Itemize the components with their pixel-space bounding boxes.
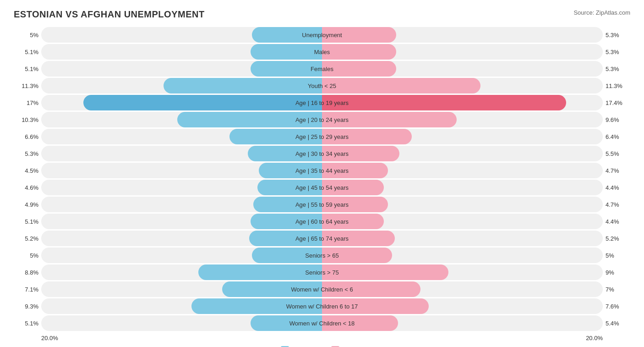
right-value: 4.7%	[603, 201, 630, 208]
bar-area: Women w/ Children < 18	[41, 315, 603, 331]
axis-row: 20.0% 20.0%	[14, 335, 630, 341]
bar-left	[198, 264, 322, 280]
left-value: 10.3%	[14, 116, 41, 123]
bar-area: Age | 30 to 34 years	[41, 146, 603, 161]
bar-area: Females	[41, 61, 603, 77]
left-value: 5.3%	[14, 150, 41, 157]
bar-right	[322, 95, 566, 110]
bar-row: 8.8%Seniors > 759%	[14, 264, 630, 280]
bar-label: Age | 55 to 59 years	[295, 201, 349, 208]
bar-label: Age | 16 to 19 years	[295, 99, 349, 106]
bar-row: 4.9%Age | 55 to 59 years4.7%	[14, 197, 630, 212]
bar-label: Women w/ Children < 18	[289, 320, 355, 327]
bar-right	[322, 264, 448, 280]
bar-label: Age | 60 to 64 years	[295, 218, 349, 225]
bar-label: Women w/ Children 6 to 17	[286, 303, 358, 310]
bar-area: Women w/ Children 6 to 17	[41, 298, 603, 314]
right-value: 17.4%	[603, 99, 630, 106]
right-value: 9.6%	[603, 116, 630, 123]
bar-row: 17%Age | 16 to 19 years17.4%	[14, 95, 630, 110]
chart-body: 5%Unemployment5.3%5.1%Males5.3%5.1%Femal…	[14, 27, 630, 331]
bar-area: Seniors > 65	[41, 248, 603, 263]
chart-title: ESTONIAN VS AFGHAN UNEMPLOYMENT	[14, 9, 205, 20]
bar-label: Unemployment	[302, 32, 342, 39]
left-value: 5.1%	[14, 218, 41, 225]
bar-row: 7.1%Women w/ Children < 67%	[14, 281, 630, 297]
left-value: 5%	[14, 32, 41, 39]
right-value: 4.4%	[603, 218, 630, 225]
bar-row: 6.6%Age | 25 to 29 years6.4%	[14, 129, 630, 144]
right-value: 9%	[603, 269, 630, 276]
bar-left	[251, 44, 322, 60]
bar-label: Age | 20 to 24 years	[295, 116, 349, 123]
bar-label: Seniors > 75	[305, 269, 338, 276]
left-value: 5%	[14, 252, 41, 259]
bar-area: Seniors > 75	[41, 264, 603, 280]
bar-area: Age | 60 to 64 years	[41, 214, 603, 229]
left-value: 6.6%	[14, 133, 41, 140]
bar-row: 11.3%Youth < 2511.3%	[14, 78, 630, 94]
left-value: 4.9%	[14, 201, 41, 208]
bar-area: Age | 65 to 74 years	[41, 231, 603, 246]
bar-right	[322, 44, 396, 60]
bar-area: Age | 25 to 29 years	[41, 129, 603, 144]
left-value: 7.1%	[14, 286, 41, 293]
left-value: 17%	[14, 99, 41, 106]
chart-container: ESTONIAN VS AFGHAN UNEMPLOYMENT Source: …	[0, 0, 644, 347]
bar-label: Women w/ Children < 6	[291, 286, 353, 293]
bar-row: 5%Seniors > 655%	[14, 248, 630, 263]
right-value: 5.3%	[603, 49, 630, 55]
bar-row: 9.3%Women w/ Children 6 to 177.6%	[14, 298, 630, 314]
bar-label: Age | 35 to 44 years	[295, 167, 349, 174]
bar-label: Age | 30 to 34 years	[295, 150, 349, 157]
chart-source: Source: ZipAtlas.com	[573, 9, 630, 16]
bar-right	[322, 78, 480, 94]
bar-area: Youth < 25	[41, 78, 603, 94]
bar-row: 4.6%Age | 45 to 54 years4.4%	[14, 180, 630, 195]
right-value: 5.5%	[603, 150, 630, 157]
left-value: 5.1%	[14, 66, 41, 72]
bar-label: Age | 25 to 29 years	[295, 133, 349, 140]
right-value: 7%	[603, 286, 630, 293]
right-value: 4.4%	[603, 184, 630, 191]
right-value: 11.3%	[603, 83, 630, 89]
bar-area: Age | 55 to 59 years	[41, 197, 603, 212]
right-value: 5.3%	[603, 66, 630, 72]
bar-label: Males	[314, 49, 330, 55]
axis-labels: 20.0% 20.0%	[41, 335, 603, 341]
bar-row: 5%Unemployment5.3%	[14, 27, 630, 43]
left-value: 8.8%	[14, 269, 41, 276]
bar-label: Age | 65 to 74 years	[295, 235, 349, 242]
bar-label: Youth < 25	[308, 83, 336, 89]
left-value: 11.3%	[14, 83, 41, 89]
left-value: 4.5%	[14, 167, 41, 174]
right-value: 6.4%	[603, 133, 630, 140]
bar-label: Seniors > 65	[305, 252, 338, 259]
left-value: 5.1%	[14, 320, 41, 327]
right-value: 5.3%	[603, 32, 630, 39]
bar-area: Women w/ Children < 6	[41, 281, 603, 297]
bar-area: Age | 16 to 19 years	[41, 95, 603, 110]
bar-label: Age | 45 to 54 years	[295, 184, 349, 191]
bar-area: Males	[41, 44, 603, 60]
left-value: 9.3%	[14, 303, 41, 310]
bar-row: 5.1%Age | 60 to 64 years4.4%	[14, 214, 630, 229]
bar-row: 5.3%Age | 30 to 34 years5.5%	[14, 146, 630, 161]
bar-left	[164, 78, 322, 94]
axis-left-label: 20.0%	[41, 335, 58, 341]
right-value: 5.2%	[603, 235, 630, 242]
axis-right-label: 20.0%	[586, 335, 603, 341]
bar-row: 4.5%Age | 35 to 44 years4.7%	[14, 163, 630, 178]
bar-row: 5.1%Women w/ Children < 185.4%	[14, 315, 630, 331]
bar-row: 10.3%Age | 20 to 24 years9.6%	[14, 112, 630, 127]
bar-area: Age | 20 to 24 years	[41, 112, 603, 127]
left-value: 4.6%	[14, 184, 41, 191]
bar-area: Age | 35 to 44 years	[41, 163, 603, 178]
right-value: 5.4%	[603, 320, 630, 327]
left-value: 5.1%	[14, 49, 41, 55]
chart-header: ESTONIAN VS AFGHAN UNEMPLOYMENT Source: …	[14, 9, 630, 20]
bar-area: Unemployment	[41, 27, 603, 43]
bar-area: Age | 45 to 54 years	[41, 180, 603, 195]
right-value: 5%	[603, 252, 630, 259]
bar-row: 5.1%Males5.3%	[14, 44, 630, 60]
